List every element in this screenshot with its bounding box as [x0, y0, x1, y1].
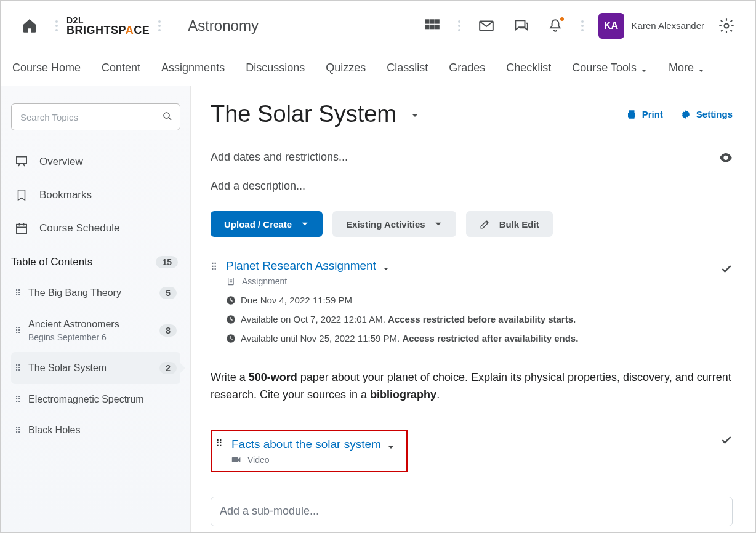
- toc-count-badge: 15: [156, 256, 178, 268]
- body: Overview Bookmarks Course Schedule Table…: [1, 86, 755, 532]
- button-label: Bulk Edit: [499, 219, 539, 230]
- sidebar-link-label: Bookmarks: [39, 189, 92, 201]
- completion-check-icon[interactable]: [720, 263, 733, 278]
- gear-icon: [680, 109, 691, 120]
- sidebar-bookmarks[interactable]: Bookmarks: [11, 178, 180, 212]
- course-title[interactable]: Astronomy: [188, 17, 259, 34]
- nav-grades[interactable]: Grades: [449, 62, 485, 74]
- toc-item-label: The Big Bang Theory: [28, 287, 152, 299]
- svg-rect-12: [228, 278, 233, 284]
- module-title[interactable]: The Solar System: [211, 101, 396, 127]
- clock-icon: [226, 334, 236, 343]
- toc-item-count: 2: [159, 362, 177, 374]
- separator-dots: [158, 20, 161, 31]
- drag-handle-icon[interactable]: [15, 425, 21, 435]
- topic-type: Video: [247, 455, 270, 465]
- svg-rect-9: [17, 157, 27, 164]
- calendar-icon: [15, 222, 28, 235]
- svg-rect-5: [435, 25, 438, 28]
- avatar[interactable]: KA: [598, 13, 624, 39]
- topic-planet-research: Planet Research Assignment Assignment Du…: [211, 259, 733, 355]
- print-button[interactable]: Print: [626, 109, 663, 120]
- svg-rect-10: [17, 225, 27, 234]
- toc-item-em-spectrum[interactable]: Electromagnetic Spectrum: [11, 384, 180, 415]
- chevron-down-icon: [640, 65, 648, 72]
- nav-label: More: [669, 62, 694, 74]
- visibility-icon[interactable]: [719, 153, 733, 162]
- bookmark-icon: [15, 188, 28, 202]
- search-topics-input[interactable]: [11, 103, 180, 130]
- nav-label: Course Tools: [572, 62, 637, 74]
- toc-item-solar-system[interactable]: The Solar System 2: [11, 352, 180, 384]
- content-main: The Solar System Print Settings Add date…: [191, 86, 755, 532]
- settings-button[interactable]: Settings: [680, 109, 733, 120]
- sidebar-course-schedule[interactable]: Course Schedule: [11, 212, 180, 245]
- print-icon: [626, 109, 637, 120]
- clock-icon: [226, 315, 236, 324]
- drag-handle-icon[interactable]: [211, 259, 217, 273]
- nav-more[interactable]: More: [669, 62, 705, 74]
- nav-quizzes[interactable]: Quizzes: [326, 62, 366, 74]
- top-bar: D2L BRIGHTSPACE Astronomy KA Karen Alexs…: [1, 1, 755, 50]
- drag-handle-icon[interactable]: [15, 395, 21, 404]
- topic-title-link[interactable]: Facts about the solar system: [231, 438, 381, 451]
- nav-label: Checklist: [506, 62, 551, 74]
- chevron-down-icon[interactable]: [411, 111, 419, 118]
- home-icon[interactable]: [16, 12, 43, 39]
- course-selector-icon[interactable]: [419, 12, 446, 39]
- toc-item-label: Electromagnetic Spectrum: [28, 394, 177, 405]
- assignment-icon: [226, 277, 236, 286]
- clock-icon: [226, 295, 236, 305]
- avail-text: Available until Nov 25, 2022 11:59 PM.: [241, 333, 402, 343]
- drag-handle-icon[interactable]: [15, 363, 21, 373]
- bulk-edit-button[interactable]: Bulk Edit: [466, 211, 553, 237]
- brightspace-logo[interactable]: D2L BRIGHTSPACE: [66, 16, 150, 36]
- svg-rect-16: [232, 457, 238, 462]
- toc-item-big-bang[interactable]: The Big Bang Theory 5: [11, 277, 180, 309]
- nav-discussions[interactable]: Discussions: [246, 62, 305, 74]
- projector-icon: [15, 155, 28, 169]
- notifications-icon[interactable]: [542, 12, 569, 39]
- avail-restriction: Access restricted before availability st…: [388, 314, 576, 324]
- toc-item-ancient-astronomers[interactable]: Ancient Astronomers Begins September 6 8: [11, 309, 180, 352]
- drag-handle-icon[interactable]: [215, 438, 223, 449]
- nav-classlist[interactable]: Classlist: [387, 62, 428, 74]
- drag-handle-icon[interactable]: [15, 326, 21, 335]
- completion-check-icon[interactable]: [720, 434, 733, 449]
- upload-create-button[interactable]: Upload / Create: [211, 211, 323, 237]
- nav-label: Discussions: [246, 62, 305, 74]
- toc-item-count: 5: [159, 287, 177, 299]
- existing-activities-button[interactable]: Existing Activities: [332, 211, 456, 237]
- toc-item-label: The Solar System: [28, 363, 152, 374]
- toc-item-label: Black Holes: [28, 425, 177, 436]
- nav-course-home[interactable]: Course Home: [12, 62, 81, 74]
- drag-handle-icon[interactable]: [15, 288, 21, 298]
- settings-gear-icon[interactable]: [713, 12, 740, 39]
- separator-dots: [458, 20, 460, 31]
- chevron-down-icon: [300, 220, 309, 228]
- chevron-down-icon[interactable]: [387, 443, 395, 450]
- svg-point-8: [164, 113, 169, 118]
- svg-rect-3: [425, 25, 428, 28]
- nav-checklist[interactable]: Checklist: [506, 62, 551, 74]
- sidebar-overview[interactable]: Overview: [11, 145, 180, 178]
- search-icon[interactable]: [162, 111, 173, 122]
- due-date: Due Nov 4, 2022 11:59 PM: [226, 295, 733, 305]
- add-submodule-input[interactable]: Add a sub-module...: [211, 497, 733, 526]
- chevron-down-icon[interactable]: [382, 264, 390, 271]
- add-dates-link[interactable]: Add dates and restrictions...: [211, 151, 348, 164]
- toc-item-black-holes[interactable]: Black Holes: [11, 415, 180, 446]
- user-name[interactable]: Karen Alexsander: [632, 20, 704, 31]
- topic-title-link[interactable]: Planet Research Assignment: [226, 259, 376, 272]
- nav-content[interactable]: Content: [102, 62, 140, 74]
- chat-icon[interactable]: [507, 12, 534, 39]
- nav-label: Assignments: [161, 62, 225, 74]
- svg-rect-2: [435, 20, 438, 23]
- add-description-link[interactable]: Add a description...: [211, 180, 733, 193]
- toc-heading[interactable]: Table of Contents 15: [11, 245, 180, 277]
- messages-icon[interactable]: [473, 12, 500, 39]
- topic-type: Assignment: [242, 276, 287, 286]
- nav-assignments[interactable]: Assignments: [161, 62, 225, 74]
- sidebar-link-label: Overview: [39, 156, 83, 168]
- nav-course-tools[interactable]: Course Tools: [572, 62, 648, 74]
